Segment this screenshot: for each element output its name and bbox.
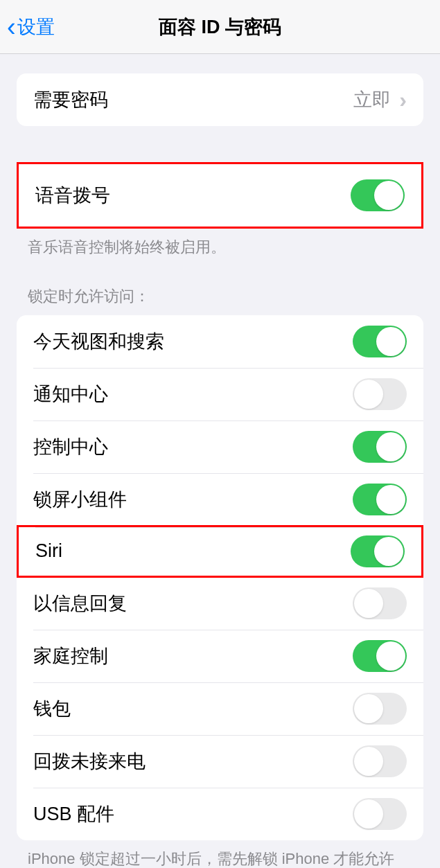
reply-message-toggle[interactable] <box>353 587 407 619</box>
siri-row: Siri <box>17 525 423 578</box>
today-view-label: 今天视图和搜索 <box>33 329 164 354</box>
voice-dial-toggle[interactable] <box>351 179 405 211</box>
return-calls-row: 回拨未接来电 <box>17 735 423 788</box>
today-view-toggle[interactable] <box>353 326 407 357</box>
today-view-row: 今天视图和搜索 <box>17 315 423 368</box>
wallet-row: 钱包 <box>17 682 423 735</box>
require-passcode-group: 需要密码 立即 › <box>17 73 423 126</box>
return-calls-toggle[interactable] <box>353 745 407 777</box>
home-control-row: 家庭控制 <box>17 630 423 682</box>
page-title: 面容 ID 与密码 <box>159 15 281 39</box>
home-control-label: 家庭控制 <box>33 644 108 668</box>
lock-access-header: 锁定时允许访问： <box>0 258 440 315</box>
usb-accessories-label: USB 配件 <box>33 801 114 826</box>
return-calls-label: 回拨未接来电 <box>33 749 146 774</box>
voice-dial-group: 语音拨号 <box>17 162 423 229</box>
notification-center-toggle[interactable] <box>353 378 407 410</box>
control-center-label: 控制中心 <box>33 434 108 459</box>
require-passcode-value: 立即 <box>353 87 391 112</box>
notification-center-label: 通知中心 <box>33 382 108 407</box>
control-center-toggle[interactable] <box>353 431 407 463</box>
header-bar: ‹ 设置 面容 ID 与密码 <box>0 0 440 54</box>
usb-accessories-row: USB 配件 <box>17 788 423 840</box>
voice-dial-footer: 音乐语音控制将始终被启用。 <box>0 229 440 258</box>
chevron-right-icon: › <box>399 87 407 113</box>
home-control-toggle[interactable] <box>353 640 407 672</box>
back-label: 设置 <box>17 15 55 39</box>
lock-access-group: 今天视图和搜索 通知中心 控制中心 锁屏小组件 Siri 以信息回复 家庭控制 <box>17 315 423 840</box>
usb-footer: iPhone 锁定超过一小时后，需先解锁 iPhone 才能允许 USB 配件连… <box>0 840 440 868</box>
back-button[interactable]: ‹ 设置 <box>0 14 55 40</box>
require-passcode-row[interactable]: 需要密码 立即 › <box>17 73 423 126</box>
reply-message-row: 以信息回复 <box>17 577 423 630</box>
chevron-left-icon: ‹ <box>7 14 16 40</box>
siri-label: Siri <box>35 540 62 562</box>
lock-widgets-toggle[interactable] <box>353 484 407 515</box>
usb-accessories-toggle[interactable] <box>353 798 407 830</box>
voice-dial-row: 语音拨号 <box>19 164 421 227</box>
notification-center-row: 通知中心 <box>17 368 423 420</box>
voice-dial-label: 语音拨号 <box>35 183 110 208</box>
control-center-row: 控制中心 <box>17 420 423 473</box>
lock-widgets-label: 锁屏小组件 <box>33 487 127 512</box>
siri-toggle[interactable] <box>351 535 405 567</box>
wallet-label: 钱包 <box>33 696 71 721</box>
reply-message-label: 以信息回复 <box>33 591 127 616</box>
require-passcode-label: 需要密码 <box>33 87 108 112</box>
lock-widgets-row: 锁屏小组件 <box>17 473 423 526</box>
wallet-toggle[interactable] <box>353 693 407 725</box>
